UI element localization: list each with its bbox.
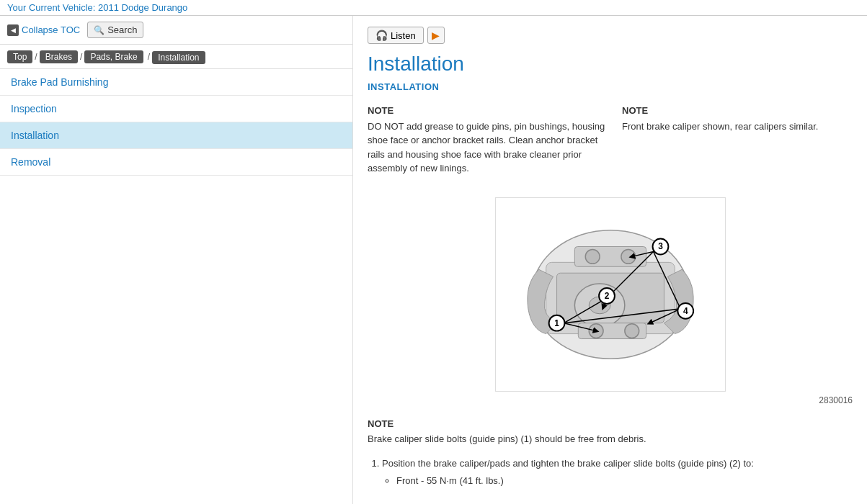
step-1-sub-1-text: Front - 55 N·m (41 ft. lbs.): [396, 475, 504, 486]
breadcrumb-sep-3: /: [148, 52, 150, 62]
diagram-label: 2830016: [368, 395, 853, 405]
search-label: Search: [107, 24, 137, 35]
svg-text:2: 2: [604, 290, 609, 300]
note-block-1: NOTE Front brake caliper shown, rear cal…: [622, 104, 853, 133]
note-label-3: NOTE: [368, 417, 853, 431]
breadcrumb-pads-brake[interactable]: Pads, Brake: [84, 50, 143, 63]
play-icon: ▶: [432, 30, 440, 41]
listen-button[interactable]: 🎧 Listen: [368, 27, 424, 44]
breadcrumb-brakes[interactable]: Brakes: [40, 50, 78, 63]
main-layout: Collapse TOC Search Top / Brakes / Pads,…: [0, 16, 867, 504]
toc-item-brake-pad-burnishing[interactable]: Brake Pad Burnishing: [0, 69, 352, 96]
collapse-icon: [7, 24, 19, 36]
step-1-substeps: Front - 55 N·m (41 ft. lbs.): [382, 474, 853, 489]
step-1-sub-1: Front - 55 N·m (41 ft. lbs.): [396, 474, 853, 489]
search-icon: [94, 24, 105, 35]
toc-item-inspection[interactable]: Inspection: [0, 96, 352, 122]
toc-nav: Brake Pad Burnishing Inspection Installa…: [0, 69, 352, 504]
sidebar-toolbar: Collapse TOC Search: [0, 16, 352, 45]
content-right: NOTE Front brake caliper shown, rear cal…: [622, 104, 853, 186]
svg-text:3: 3: [658, 241, 663, 251]
note-text-1: Front brake caliper shown, rear calipers…: [622, 120, 853, 134]
content-area: 🎧 Listen ▶ Installation INSTALLATION NOT…: [353, 16, 867, 504]
note-block-2: NOTE DO NOT add grease to guide pins, pi…: [368, 104, 608, 176]
top-bar: Your Current Vehicle: 2011 Dodge Durango: [0, 0, 867, 16]
vehicle-link[interactable]: Your Current Vehicle: 2011 Dodge Durango: [7, 2, 187, 13]
note-label-2: NOTE: [368, 104, 608, 118]
svg-text:1: 1: [554, 318, 559, 328]
breadcrumb-top[interactable]: Top: [7, 50, 32, 63]
step-1: Position the brake caliper/pads and tigh…: [382, 456, 853, 490]
collapse-toc-label: Collapse TOC: [22, 24, 80, 35]
svg-text:4: 4: [683, 305, 688, 315]
content-row: NOTE DO NOT add grease to guide pins, pi…: [368, 104, 853, 186]
svg-point-9: [589, 323, 603, 338]
toc-item-removal[interactable]: Removal: [0, 149, 352, 176]
content-left: NOTE DO NOT add grease to guide pins, pi…: [368, 104, 608, 186]
breadcrumb-sep-1: /: [35, 52, 37, 62]
breadcrumb: Top / Brakes / Pads, Brake / Installatio…: [0, 45, 352, 69]
svg-point-6: [585, 249, 600, 264]
listen-label: Listen: [391, 30, 416, 41]
collapse-toc-button[interactable]: Collapse TOC: [7, 24, 80, 36]
breadcrumb-installation[interactable]: Installation: [152, 51, 205, 64]
listen-bar: 🎧 Listen ▶: [368, 27, 853, 44]
search-button[interactable]: Search: [87, 22, 143, 38]
sidebar: Collapse TOC Search Top / Brakes / Pads,…: [0, 16, 353, 504]
content-subtitle: INSTALLATION: [368, 81, 853, 92]
play-button[interactable]: ▶: [427, 27, 445, 44]
note-label-1: NOTE: [622, 104, 853, 118]
brake-diagram-svg: 1 2 3 4: [495, 197, 726, 392]
note-text-2: DO NOT add grease to guide pins, pin bus…: [368, 120, 608, 176]
step-list: Position the brake caliper/pads and tigh…: [368, 456, 853, 490]
step-1-text: Position the brake caliper/pads and tigh…: [382, 458, 754, 469]
headphone-icon: 🎧: [375, 30, 388, 41]
toc-item-installation[interactable]: Installation: [0, 122, 352, 149]
svg-point-10: [624, 323, 639, 338]
diagram-container: 1 2 3 4 2830016: [368, 197, 853, 405]
note-block-3: NOTE Brake caliper slide bolts (guide pi…: [368, 417, 853, 446]
breadcrumb-sep-2: /: [80, 52, 82, 62]
page-title: Installation: [368, 53, 853, 76]
note-text-3: Brake caliper slide bolts (guide pins) (…: [368, 432, 853, 446]
